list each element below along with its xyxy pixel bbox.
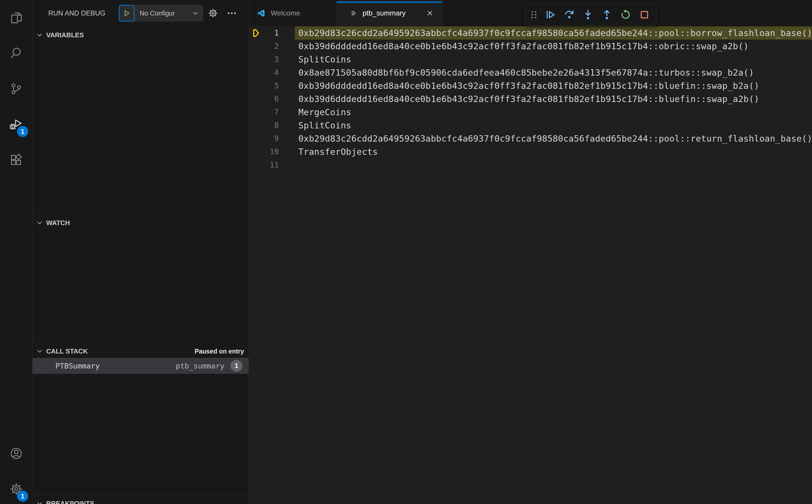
line-number: 11 bbox=[249, 158, 279, 172]
step-out-button[interactable] bbox=[598, 4, 616, 25]
sidebar-item-source-control[interactable] bbox=[0, 71, 32, 107]
sidebar-item-extensions[interactable] bbox=[0, 142, 32, 178]
gutter: 5 bbox=[249, 79, 295, 92]
close-icon bbox=[426, 9, 434, 17]
chevron-down-icon bbox=[36, 348, 43, 355]
variables-section-label: VARIABLES bbox=[46, 31, 84, 39]
accounts-button[interactable] bbox=[0, 436, 32, 471]
sidebar-item-run-and-debug[interactable]: 1 bbox=[0, 107, 32, 142]
line-text: TransferObjects bbox=[295, 145, 812, 158]
line-text: 0xb39d6dddedd16ed8a40ce0b1e6b43c92acf0ff… bbox=[295, 92, 812, 106]
source-control-icon bbox=[9, 82, 23, 96]
call-stack-frame-row[interactable]: PTBSummary ptb_summary 1 bbox=[32, 358, 248, 374]
extensions-icon bbox=[9, 153, 23, 167]
editor-line[interactable]: 9 0xb29d83c26cdd2a64959263abbcfc4a6937f0… bbox=[249, 132, 812, 145]
line-number: 9 bbox=[249, 132, 279, 145]
continue-button[interactable] bbox=[541, 4, 560, 25]
vscode-logo-icon bbox=[256, 9, 265, 18]
settings-button[interactable]: 1 bbox=[0, 471, 32, 504]
line-text: SplitCoins bbox=[295, 119, 812, 132]
line-text bbox=[295, 158, 812, 172]
tab-ptb-summary-label: ptb_summary bbox=[362, 9, 406, 17]
call-stack-section-label: CALL STACK bbox=[46, 347, 88, 355]
variables-section-header[interactable]: VARIABLES bbox=[32, 28, 248, 42]
step-into-icon bbox=[582, 9, 594, 21]
line-text: 0xb29d83c26cdd2a64959263abbcfc4a6937f0c9… bbox=[295, 132, 812, 145]
line-text: 0xb39d6dddedd16ed8a40ce0b1e6b43c92acf0ff… bbox=[295, 40, 812, 53]
gutter: 11 bbox=[249, 158, 295, 172]
editor-line[interactable]: 5 0xb39d6dddedd16ed8a40ce0b1e6b43c92acf0… bbox=[249, 79, 812, 92]
watch-section-header[interactable]: WATCH bbox=[32, 216, 248, 229]
step-over-button[interactable] bbox=[560, 4, 579, 25]
play-icon bbox=[123, 9, 131, 17]
files-icon bbox=[9, 11, 23, 25]
line-text: 0x8ae871505a80d8bf6bf9c05906cda6edfeea46… bbox=[295, 66, 812, 79]
editor-group: Welcome ptb_summary 1 0xb29d83c26cdd2a64… bbox=[249, 0, 812, 504]
editor-line[interactable]: 1 0xb29d83c26cdd2a64959263abbcfc4a6937f0… bbox=[249, 26, 812, 40]
sidebar-item-search[interactable] bbox=[0, 36, 32, 71]
sidebar-title: RUN AND DEBUG bbox=[48, 9, 105, 17]
tab-ptb-summary[interactable]: ptb_summary bbox=[337, 0, 442, 26]
ellipsis-icon bbox=[226, 8, 237, 19]
debug-current-line-arrow-icon bbox=[251, 28, 261, 38]
step-out-icon bbox=[601, 9, 613, 21]
line-number: 10 bbox=[249, 145, 279, 158]
stack-frame-file: ptb_summary bbox=[176, 362, 224, 370]
continue-icon bbox=[545, 9, 556, 21]
gutter: 3 bbox=[249, 53, 295, 66]
start-debugging-button[interactable] bbox=[119, 5, 135, 22]
editor-line[interactable]: 3 SplitCoins bbox=[249, 53, 812, 66]
list-file-icon bbox=[350, 9, 358, 17]
stack-frame-name: PTBSummary bbox=[55, 362, 100, 370]
line-text: MergeCoins bbox=[295, 106, 812, 119]
line-number: 6 bbox=[249, 92, 279, 106]
line-number: 2 bbox=[249, 40, 279, 53]
line-number: 8 bbox=[249, 119, 279, 132]
gutter: 4 bbox=[249, 66, 295, 79]
restart-icon bbox=[620, 9, 632, 21]
line-text: SplitCoins bbox=[295, 53, 812, 66]
close-tab-button[interactable] bbox=[426, 8, 436, 18]
line-text: 0xb29d83c26cdd2a64959263abbcfc4a6937f0c9… bbox=[295, 26, 812, 40]
gutter: 8 bbox=[249, 119, 295, 132]
editor-line[interactable]: 7 MergeCoins bbox=[249, 106, 812, 119]
gutter: 6 bbox=[249, 92, 295, 106]
gear-icon bbox=[208, 8, 218, 19]
settings-badge: 1 bbox=[17, 491, 28, 502]
editor-line[interactable]: 2 0xb39d6dddedd16ed8a40ce0b1e6b43c92acf0… bbox=[249, 40, 812, 53]
editor-line[interactable]: 8 SplitCoins bbox=[249, 119, 812, 132]
breakpoints-section-header[interactable]: BREAKPOINTS bbox=[32, 497, 248, 504]
tab-welcome-label: Welcome bbox=[271, 9, 300, 17]
step-over-icon bbox=[564, 9, 575, 21]
editor-line[interactable]: 11 bbox=[249, 158, 812, 172]
vscode-window: 1 1 RUN AND DEBUG No Configur bbox=[0, 0, 812, 504]
debug-toolbar[interactable] bbox=[525, 4, 657, 26]
sidebar-item-explorer[interactable] bbox=[0, 0, 32, 36]
debug-badge: 1 bbox=[17, 126, 28, 137]
chevron-down-icon bbox=[36, 219, 43, 226]
tab-welcome[interactable]: Welcome bbox=[249, 0, 337, 26]
editor-line[interactable]: 10 TransferObjects bbox=[249, 145, 812, 158]
chevron-down-icon bbox=[36, 31, 43, 39]
toolbar-drag-handle[interactable] bbox=[527, 4, 541, 25]
call-stack-status: Paused on entry bbox=[195, 348, 244, 355]
step-into-button[interactable] bbox=[579, 4, 598, 25]
editor-line[interactable]: 4 0x8ae871505a80d8bf6bf9c05906cda6edfeea… bbox=[249, 66, 812, 79]
gutter: 2 bbox=[249, 40, 295, 53]
call-stack-section-header[interactable]: CALL STACK Paused on entry bbox=[32, 345, 248, 358]
line-text: 0xb39d6dddedd16ed8a40ce0b1e6b43c92acf0ff… bbox=[295, 79, 812, 92]
stop-button[interactable] bbox=[635, 4, 654, 25]
chevron-down-icon bbox=[36, 500, 43, 504]
code-editor[interactable]: 1 0xb29d83c26cdd2a64959263abbcfc4a6937f0… bbox=[249, 26, 812, 504]
debug-start-control: No Configur bbox=[119, 5, 203, 22]
open-launch-json-button[interactable] bbox=[208, 8, 219, 19]
breakpoints-section-label: BREAKPOINTS bbox=[46, 500, 94, 504]
views-and-more-actions-button[interactable] bbox=[226, 8, 238, 19]
editor-line[interactable]: 6 0xb39d6dddedd16ed8a40ce0b1e6b43c92acf0… bbox=[249, 92, 812, 106]
activity-bar-bottom: 1 bbox=[0, 436, 32, 504]
debug-configuration-dropdown[interactable]: No Configur bbox=[135, 5, 203, 22]
restart-button[interactable] bbox=[616, 4, 635, 25]
search-icon bbox=[9, 46, 23, 60]
grip-icon bbox=[528, 9, 540, 21]
stop-icon bbox=[639, 9, 650, 21]
